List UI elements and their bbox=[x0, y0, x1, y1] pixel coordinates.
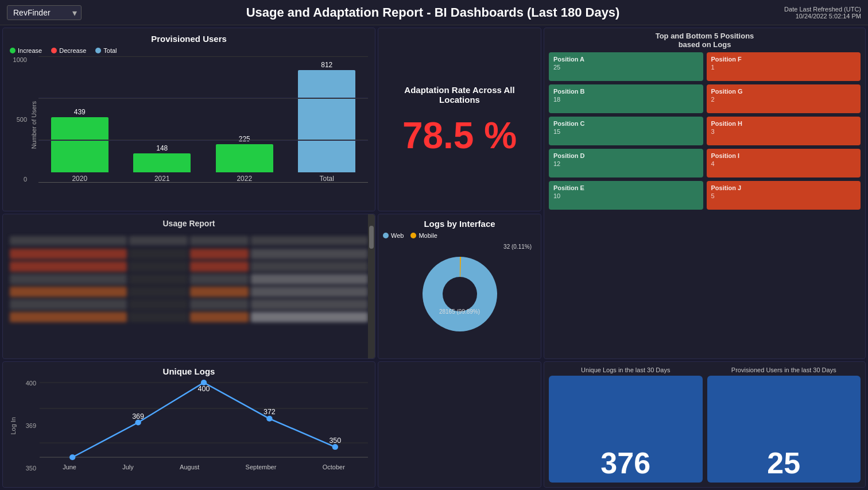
position-bottom-3: Position H 3 bbox=[707, 117, 861, 145]
adaptation-rate-panel: Adaptation Rate Across All Locations 78.… bbox=[378, 28, 541, 211]
position-bottom-4: Position I 4 bbox=[707, 149, 861, 178]
val-september: 372 bbox=[264, 408, 276, 416]
val-august: 400 bbox=[198, 385, 210, 393]
grid-line-top bbox=[38, 56, 368, 57]
page-title: Usage and Adaptation Report - BI Dashboa… bbox=[82, 5, 784, 20]
mobile-label: Mobile bbox=[418, 232, 437, 239]
position-top-2: Position B 18 bbox=[549, 84, 703, 113]
provisioned-users-panel: Provisioned Users Increase Decrease Tota… bbox=[2, 28, 375, 211]
bar-chart-container: 1000 500 0 Number of Users 439 2020 bbox=[10, 56, 368, 194]
val-june: 342 bbox=[67, 460, 79, 460]
date-value: 10/24/2022 5:02:14 PM bbox=[784, 13, 861, 20]
web-pie-label: 28165 (99.89%) bbox=[439, 308, 480, 315]
bar-2021: 148 2021 bbox=[121, 144, 204, 183]
y-axis-labels: 1000 500 0 bbox=[10, 56, 30, 183]
adaptation-title: Adaptation Rate Across All Locations bbox=[383, 85, 536, 105]
line-y-labels: 400 369 350 bbox=[19, 380, 40, 472]
increase-dot bbox=[10, 48, 16, 53]
line-chart-container: Log In 400 369 350 bbox=[10, 380, 368, 472]
point-july bbox=[135, 420, 141, 426]
pie-hole bbox=[443, 277, 477, 311]
legend-mobile: Mobile bbox=[410, 232, 437, 239]
bar-2022-rect bbox=[216, 144, 273, 172]
line-chart-inner: 342 369 400 372 350 June July August Sep… bbox=[40, 380, 368, 472]
web-dot bbox=[383, 233, 389, 238]
logs-legend: Web Mobile bbox=[383, 232, 536, 239]
val-october: 350 bbox=[329, 437, 341, 445]
kpi-panel: Unique Logs in the last 30 Days 376 Prov… bbox=[544, 361, 866, 488]
top-bottom-positions-panel: Top and Bottom 5 Positionsbased on Logs … bbox=[544, 28, 866, 359]
legend-decrease: Decrease bbox=[51, 47, 86, 54]
position-bottom-2: Position G 2 bbox=[707, 84, 861, 113]
mobile-pie-label: 32 (0.11%) bbox=[503, 244, 532, 250]
logs-interface-title: Logs by Interface bbox=[383, 219, 536, 229]
position-bottom-5: Position J 5 bbox=[707, 181, 861, 210]
kpi-provisioned-users: Provisioned Users in the last 30 Days 25 bbox=[707, 366, 861, 483]
grid-line-bot bbox=[38, 140, 368, 140]
kpi-unique-logs: Unique Logs in the last 30 Days 376 bbox=[549, 366, 703, 483]
header-datetime: Date Last Refreshed (UTC) 10/24/2022 5:0… bbox=[784, 6, 861, 20]
main-layout: Provisioned Users Increase Decrease Tota… bbox=[0, 25, 868, 490]
top-bottom-title: Top and Bottom 5 Positionsbased on Logs bbox=[549, 32, 861, 49]
kpi-prov-users-value: 25 bbox=[767, 448, 800, 478]
provisioned-users-title: Provisioned Users bbox=[10, 34, 368, 44]
revfinder-select[interactable]: RevFinder bbox=[7, 5, 82, 20]
total-dot bbox=[95, 48, 101, 53]
pie-chart-svg bbox=[414, 242, 506, 331]
web-label: Web bbox=[391, 232, 404, 239]
kpi-unique-logs-value: 376 bbox=[600, 448, 650, 478]
logs-by-interface-panel: Logs by Interface Web Mobile 32 (0.11%) bbox=[378, 214, 541, 359]
bar-chart-inner: 439 2020 148 2021 225 2022 812 T bbox=[38, 56, 368, 183]
bar-2020: 439 2020 bbox=[38, 108, 121, 183]
decrease-dot bbox=[51, 48, 57, 53]
position-top-5: Position E 10 bbox=[549, 181, 703, 210]
position-top-3: Position C 15 bbox=[549, 117, 703, 145]
header: RevFinder Usage and Adaptation Report - … bbox=[0, 0, 868, 25]
position-top-4: Position D 12 bbox=[549, 149, 703, 178]
grid-line-mid bbox=[38, 98, 368, 99]
position-top-1: Position A 25 bbox=[549, 52, 703, 81]
x-axis-line bbox=[38, 182, 368, 183]
point-september bbox=[266, 416, 272, 422]
unique-logs-title: Unique Logs bbox=[10, 366, 368, 376]
point-october bbox=[332, 444, 338, 450]
kpi-unique-logs-card: 376 bbox=[549, 376, 703, 483]
kpi-prov-users-card: 25 bbox=[707, 376, 861, 483]
legend-total: Total bbox=[95, 47, 117, 54]
adaptation-rate-value: 78.5 % bbox=[402, 117, 517, 154]
usage-report-title: Usage Report bbox=[162, 219, 215, 228]
scrollbar[interactable] bbox=[368, 214, 375, 358]
positions-grid: Position A 25 Position F 1 Position B 18… bbox=[549, 52, 861, 210]
y-axis-label-rotate: Number of Users bbox=[30, 56, 38, 194]
line-chart-svg: 342 369 400 372 350 bbox=[40, 380, 368, 460]
scrollbar-thumb[interactable] bbox=[369, 226, 374, 249]
legend-increase: Increase bbox=[10, 47, 42, 54]
line-y-axis-label: Log In bbox=[10, 417, 17, 435]
kpi-unique-logs-label: Unique Logs in the last 30 Days bbox=[581, 366, 670, 373]
bar-2022: 225 2022 bbox=[203, 135, 286, 183]
date-label: Date Last Refreshed (UTC) bbox=[784, 6, 861, 13]
bar-total: 812 Total bbox=[286, 61, 369, 183]
position-bottom-1: Position F 1 bbox=[707, 52, 861, 81]
legend-web: Web bbox=[383, 232, 404, 239]
usage-report-panel: Usage Report bbox=[2, 214, 375, 359]
total-label: Total bbox=[103, 47, 117, 54]
bar-2021-rect bbox=[133, 153, 191, 172]
val-july: 369 bbox=[132, 412, 144, 420]
y-axis-title: Number of Users bbox=[30, 101, 37, 149]
increase-label: Increase bbox=[18, 47, 42, 54]
revfinder-dropdown-wrapper[interactable]: RevFinder bbox=[7, 5, 82, 20]
line-x-labels: June July August September October bbox=[40, 464, 368, 470]
unique-logs-panel: Unique Logs Log In 400 369 350 bbox=[2, 361, 375, 488]
line-path bbox=[72, 383, 335, 457]
provisioned-users-legend: Increase Decrease Total bbox=[10, 47, 368, 54]
y-axis-rotate-container: Log In bbox=[10, 380, 18, 472]
pie-chart-container: 32 (0.11%) 28165 (99.89%) bbox=[383, 242, 536, 317]
bottom-center-filler bbox=[378, 361, 541, 488]
kpi-prov-users-label: Provisioned Users in the last 30 Days bbox=[731, 366, 836, 373]
mobile-dot bbox=[410, 233, 416, 238]
blurred-table-content bbox=[7, 219, 370, 322]
decrease-label: Decrease bbox=[59, 47, 86, 54]
bar-2020-rect bbox=[51, 117, 108, 172]
bar-total-rect bbox=[298, 70, 355, 172]
